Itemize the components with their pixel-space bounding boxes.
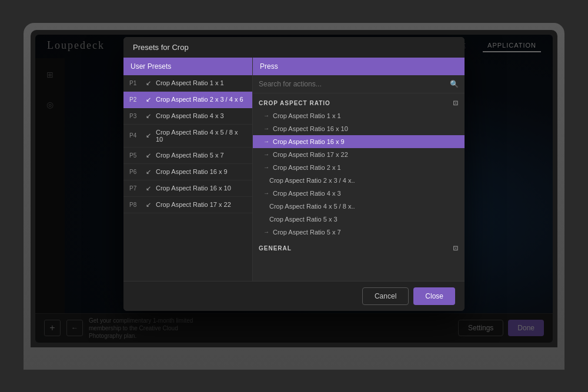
category-label-crop: CROP ASPECT RATIO: [259, 100, 330, 106]
preset-num-p6: P6: [129, 169, 141, 175]
user-presets-tab[interactable]: User Presets: [123, 58, 252, 75]
laptop-frame: Loupedeck DEVICE APPLICATION ⊞ ◎ Presets…: [24, 23, 564, 370]
close-button[interactable]: Close: [413, 287, 455, 305]
action-label-4x3: Crop Aspect Ratio 4 x 3: [273, 190, 341, 197]
action-item-4x3[interactable]: → Crop Aspect Ratio 4 x 3: [253, 187, 465, 200]
screen-bezel: Loupedeck DEVICE APPLICATION ⊞ ◎ Presets…: [31, 30, 557, 347]
preset-item-p6[interactable]: P6 ↙ Crop Aspect Ratio 16 x 9: [123, 164, 252, 180]
preset-label-p4: Crop Aspect Ratio 4 x 5 / 8 x 10: [156, 129, 246, 143]
action-arrow-icon-16x10: →: [263, 125, 269, 132]
action-arrow-icon-5x7: →: [263, 229, 269, 235]
category-label-general: GENERAL: [259, 245, 292, 252]
preset-item-p4[interactable]: P4 ↙ Crop Aspect Ratio 4 x 5 / 8 x 10: [123, 125, 252, 148]
action-label-1x1: Crop Aspect Ratio 1 x 1: [273, 112, 341, 119]
action-arrow-icon-1x1: →: [263, 112, 269, 119]
action-item-17x22[interactable]: → Crop Aspect Ratio 17 x 22: [253, 148, 465, 161]
preset-num-p1: P1: [129, 80, 141, 86]
preset-item-p7[interactable]: P7 ↙ Crop Aspect Ratio 16 x 10: [123, 180, 252, 197]
preset-num-p4: P4: [129, 132, 141, 139]
action-label-4x5: Crop Aspect Ratio 4 x 5 / 8 x..: [269, 203, 355, 210]
action-item-16x9[interactable]: → Crop Aspect Ratio 16 x 9: [253, 135, 465, 148]
modal-overlay: Presets for Crop User Presets: [35, 35, 553, 343]
preset-label-p5: Crop Aspect Ratio 5 x 7: [156, 152, 224, 159]
action-label-16x9: Crop Aspect Ratio 16 x 9: [273, 138, 345, 145]
preset-arrow-icon-p5: ↙: [146, 152, 151, 159]
modal-header: Presets for Crop: [123, 37, 465, 58]
action-item-2x3[interactable]: Crop Aspect Ratio 2 x 3 / 4 x..: [253, 174, 465, 187]
preset-arrow-icon-p7: ↙: [146, 185, 151, 192]
right-panel: Press 🔍 CROP ASPECT R: [253, 58, 465, 281]
action-arrow-icon-16x9: →: [263, 138, 269, 145]
preset-list: P1 ↙ Crop Aspect Ratio 1 x 1 P2 ↙ Crop A…: [123, 75, 252, 281]
action-label-2x1: Crop Aspect Ratio 2 x 1: [273, 164, 341, 171]
preset-item-p3[interactable]: P3 ↙ Crop Aspect Ratio 4 x 3: [123, 108, 252, 125]
action-label-17x22: Crop Aspect Ratio 17 x 22: [273, 151, 348, 158]
preset-num-p3: P3: [129, 113, 141, 119]
action-label-2x3: Crop Aspect Ratio 2 x 3 / 4 x..: [269, 177, 355, 184]
category-folder-icon: ⊡: [453, 99, 459, 107]
action-item-2x1[interactable]: → Crop Aspect Ratio 2 x 1: [253, 161, 465, 174]
search-area: 🔍: [253, 75, 465, 93]
right-panel-header: Press: [253, 58, 465, 75]
left-panel: User Presets P1 ↙ Crop Aspect Ratio 1 x …: [123, 58, 253, 281]
action-arrow-icon-2x1: →: [263, 164, 269, 170]
preset-num-p2: P2: [129, 96, 141, 103]
modal-footer: Cancel Close: [123, 281, 465, 311]
action-arrow-icon-17x22: →: [263, 151, 269, 158]
modal-title: Presets for Crop: [133, 43, 189, 52]
preset-item-p8[interactable]: P8 ↙ Crop Aspect Ratio 17 x 22: [123, 197, 252, 213]
search-icon: 🔍: [450, 80, 459, 88]
modal-presets-crop: Presets for Crop User Presets: [123, 37, 465, 311]
preset-arrow-icon-p4: ↙: [146, 132, 151, 139]
category-header-crop: CROP ASPECT RATIO ⊡: [253, 96, 465, 109]
action-label-16x10: Crop Aspect Ratio 16 x 10: [273, 125, 348, 132]
action-arrow-icon-4x3: →: [263, 190, 269, 196]
preset-item-p2[interactable]: P2 ↙ Crop Aspect Ratio 2 x 3 / 4 x 6: [123, 92, 252, 108]
screen-content: Loupedeck DEVICE APPLICATION ⊞ ◎ Presets…: [35, 35, 553, 343]
preset-label-p3: Crop Aspect Ratio 4 x 3: [156, 112, 224, 119]
preset-num-p7: P7: [129, 185, 141, 192]
category-header-general: GENERAL ⊡: [253, 241, 465, 254]
action-item-16x10[interactable]: → Crop Aspect Ratio 16 x 10: [253, 122, 465, 135]
preset-num-p5: P5: [129, 152, 141, 159]
search-input[interactable]: [259, 80, 446, 88]
preset-item-p5[interactable]: P5 ↙ Crop Aspect Ratio 5 x 7: [123, 148, 252, 164]
modal-body: User Presets P1 ↙ Crop Aspect Ratio 1 x …: [123, 58, 465, 281]
actions-list: CROP ASPECT RATIO ⊡ → Crop Aspect Ratio …: [253, 93, 465, 281]
preset-arrow-icon-p3: ↙: [146, 112, 151, 120]
action-item-1x1[interactable]: → Crop Aspect Ratio 1 x 1: [253, 109, 465, 122]
action-item-5x7[interactable]: → Crop Aspect Ratio 5 x 7: [253, 226, 465, 239]
preset-arrow-icon-p6: ↙: [146, 168, 151, 176]
preset-arrow-icon-p2: ↙: [146, 96, 151, 103]
category-general-folder-icon: ⊡: [453, 244, 459, 252]
preset-item-p1[interactable]: P1 ↙ Crop Aspect Ratio 1 x 1: [123, 75, 252, 92]
preset-arrow-icon-p1: ↙: [146, 79, 151, 87]
preset-label-p6: Crop Aspect Ratio 16 x 9: [156, 168, 228, 175]
preset-label-p8: Crop Aspect Ratio 17 x 22: [156, 201, 231, 208]
preset-num-p8: P8: [129, 202, 141, 208]
preset-label-p2: Crop Aspect Ratio 2 x 3 / 4 x 6: [156, 96, 243, 103]
action-item-4x5[interactable]: Crop Aspect Ratio 4 x 5 / 8 x..: [253, 200, 465, 213]
cancel-button[interactable]: Cancel: [362, 287, 409, 305]
action-item-5x3[interactable]: Crop Aspect Ratio 5 x 3: [253, 213, 465, 226]
action-label-5x3: Crop Aspect Ratio 5 x 3: [269, 216, 338, 223]
preset-label-p1: Crop Aspect Ratio 1 x 1: [156, 79, 224, 86]
preset-arrow-icon-p8: ↙: [146, 201, 151, 209]
action-label-5x7: Crop Aspect Ratio 5 x 7: [273, 229, 341, 236]
preset-label-p7: Crop Aspect Ratio 16 x 10: [156, 185, 231, 192]
press-label: Press: [260, 62, 278, 71]
